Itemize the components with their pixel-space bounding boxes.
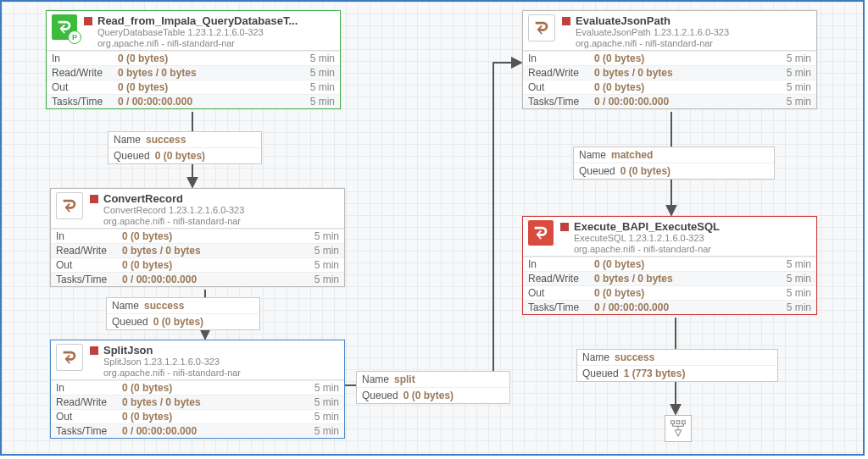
stopped-icon bbox=[90, 195, 98, 203]
processor-convert-record[interactable]: ConvertRecord ConvertRecord 1.23.1.2.1.6… bbox=[50, 188, 345, 287]
connection-success-1[interactable]: Namesuccess Queued0 (0 bytes) bbox=[108, 131, 262, 164]
funnel-icon[interactable] bbox=[665, 415, 692, 442]
processor-icon bbox=[528, 220, 554, 246]
processor-title: Execute_BAPI_ExecuteSQL bbox=[574, 220, 811, 233]
processor-icon bbox=[56, 192, 83, 219]
connection-success-2[interactable]: Namesuccess Queued0 (0 bytes) bbox=[106, 297, 260, 330]
primary-node-badge: P bbox=[68, 30, 81, 44]
processor-type: QueryDatabaseTable 1.23.1.2.1.6.0-323 bbox=[97, 27, 335, 38]
processor-title: ConvertRecord bbox=[103, 192, 339, 205]
processor-title: EvaluateJsonPath bbox=[576, 14, 811, 27]
processor-icon bbox=[56, 344, 83, 371]
processor-bundle: org.apache.nifi - nifi-standard-nar bbox=[97, 38, 335, 49]
svg-rect-0 bbox=[671, 421, 675, 424]
processor-icon: P bbox=[52, 14, 77, 40]
stopped-icon bbox=[560, 223, 569, 231]
stopped-icon bbox=[562, 17, 570, 25]
processor-read-from-impala[interactable]: P Read_from_Impala_QueryDatabaseT... Que… bbox=[46, 10, 341, 109]
svg-rect-1 bbox=[676, 421, 680, 424]
stopped-icon bbox=[84, 17, 92, 25]
processor-evaluate-jsonpath[interactable]: EvaluateJsonPath EvaluateJsonPath 1.23.1… bbox=[522, 10, 817, 109]
connection-matched[interactable]: Namematched Queued0 (0 bytes) bbox=[573, 147, 775, 180]
connection-split[interactable]: Namesplit Queued0 (0 bytes) bbox=[356, 371, 510, 404]
processor-icon bbox=[528, 14, 555, 41]
stopped-icon bbox=[90, 346, 98, 355]
svg-rect-2 bbox=[682, 421, 686, 424]
flow-canvas[interactable]: { "processors": { "read_impala": { "titl… bbox=[0, 0, 865, 456]
processor-execute-bapi-executesql[interactable]: Execute_BAPI_ExecuteSQL ExecuteSQL 1.23.… bbox=[522, 216, 817, 315]
processor-split-json[interactable]: SplitJson SplitJson 1.23.1.2.1.6.0-323 o… bbox=[50, 340, 345, 439]
processor-title: SplitJson bbox=[103, 344, 339, 357]
processor-title: Read_from_Impala_QueryDatabaseT... bbox=[97, 14, 335, 27]
connection-success-3[interactable]: Namesuccess Queued1 (773 bytes) bbox=[576, 349, 778, 382]
